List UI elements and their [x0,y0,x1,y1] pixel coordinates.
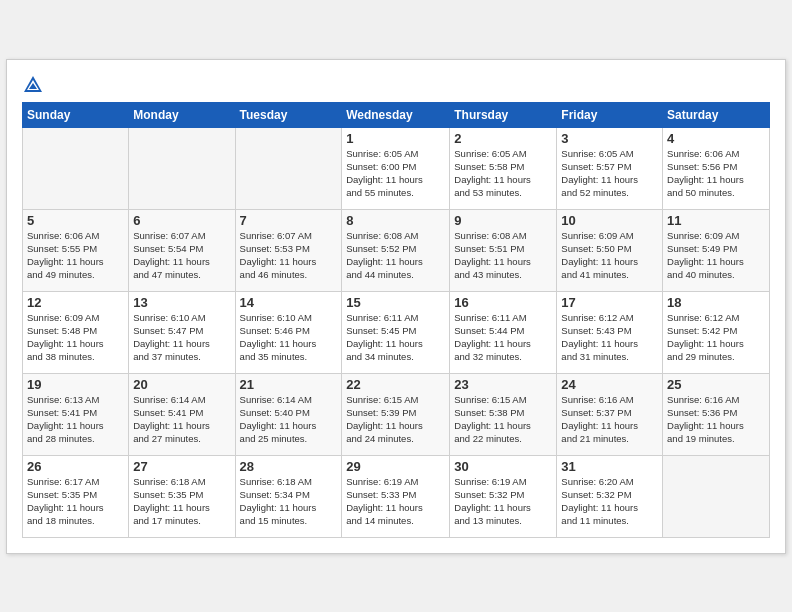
day-number: 25 [667,377,765,392]
week-row-5: 26Sunrise: 6:17 AM Sunset: 5:35 PM Dayli… [23,455,770,537]
day-info: Sunrise: 6:10 AM Sunset: 5:47 PM Dayligh… [133,311,230,364]
day-info: Sunrise: 6:06 AM Sunset: 5:56 PM Dayligh… [667,147,765,200]
day-number: 22 [346,377,445,392]
day-cell: 19Sunrise: 6:13 AM Sunset: 5:41 PM Dayli… [23,373,129,455]
day-info: Sunrise: 6:14 AM Sunset: 5:40 PM Dayligh… [240,393,338,446]
day-cell: 9Sunrise: 6:08 AM Sunset: 5:51 PM Daylig… [450,209,557,291]
day-cell: 8Sunrise: 6:08 AM Sunset: 5:52 PM Daylig… [342,209,450,291]
day-cell: 20Sunrise: 6:14 AM Sunset: 5:41 PM Dayli… [129,373,235,455]
day-cell [23,127,129,209]
day-cell: 21Sunrise: 6:14 AM Sunset: 5:40 PM Dayli… [235,373,342,455]
day-cell: 24Sunrise: 6:16 AM Sunset: 5:37 PM Dayli… [557,373,663,455]
week-row-1: 1Sunrise: 6:05 AM Sunset: 6:00 PM Daylig… [23,127,770,209]
day-cell: 17Sunrise: 6:12 AM Sunset: 5:43 PM Dayli… [557,291,663,373]
day-number: 16 [454,295,552,310]
weekday-header-saturday: Saturday [663,102,770,127]
day-cell: 12Sunrise: 6:09 AM Sunset: 5:48 PM Dayli… [23,291,129,373]
day-number: 3 [561,131,658,146]
day-cell: 3Sunrise: 6:05 AM Sunset: 5:57 PM Daylig… [557,127,663,209]
day-info: Sunrise: 6:18 AM Sunset: 5:35 PM Dayligh… [133,475,230,528]
day-info: Sunrise: 6:12 AM Sunset: 5:42 PM Dayligh… [667,311,765,364]
day-info: Sunrise: 6:16 AM Sunset: 5:37 PM Dayligh… [561,393,658,446]
day-info: Sunrise: 6:08 AM Sunset: 5:51 PM Dayligh… [454,229,552,282]
day-number: 8 [346,213,445,228]
day-cell [235,127,342,209]
day-cell: 14Sunrise: 6:10 AM Sunset: 5:46 PM Dayli… [235,291,342,373]
day-number: 9 [454,213,552,228]
day-info: Sunrise: 6:09 AM Sunset: 5:49 PM Dayligh… [667,229,765,282]
day-cell: 13Sunrise: 6:10 AM Sunset: 5:47 PM Dayli… [129,291,235,373]
day-cell: 30Sunrise: 6:19 AM Sunset: 5:32 PM Dayli… [450,455,557,537]
day-info: Sunrise: 6:18 AM Sunset: 5:34 PM Dayligh… [240,475,338,528]
day-info: Sunrise: 6:05 AM Sunset: 6:00 PM Dayligh… [346,147,445,200]
day-info: Sunrise: 6:06 AM Sunset: 5:55 PM Dayligh… [27,229,124,282]
day-number: 17 [561,295,658,310]
weekday-header-wednesday: Wednesday [342,102,450,127]
weekday-header-tuesday: Tuesday [235,102,342,127]
day-info: Sunrise: 6:14 AM Sunset: 5:41 PM Dayligh… [133,393,230,446]
day-number: 14 [240,295,338,310]
day-number: 18 [667,295,765,310]
week-row-4: 19Sunrise: 6:13 AM Sunset: 5:41 PM Dayli… [23,373,770,455]
day-cell: 22Sunrise: 6:15 AM Sunset: 5:39 PM Dayli… [342,373,450,455]
day-info: Sunrise: 6:05 AM Sunset: 5:58 PM Dayligh… [454,147,552,200]
day-number: 12 [27,295,124,310]
day-info: Sunrise: 6:05 AM Sunset: 5:57 PM Dayligh… [561,147,658,200]
day-cell: 26Sunrise: 6:17 AM Sunset: 5:35 PM Dayli… [23,455,129,537]
day-info: Sunrise: 6:07 AM Sunset: 5:54 PM Dayligh… [133,229,230,282]
day-info: Sunrise: 6:15 AM Sunset: 5:38 PM Dayligh… [454,393,552,446]
day-cell: 2Sunrise: 6:05 AM Sunset: 5:58 PM Daylig… [450,127,557,209]
day-cell: 31Sunrise: 6:20 AM Sunset: 5:32 PM Dayli… [557,455,663,537]
day-info: Sunrise: 6:07 AM Sunset: 5:53 PM Dayligh… [240,229,338,282]
day-cell: 10Sunrise: 6:09 AM Sunset: 5:50 PM Dayli… [557,209,663,291]
calendar-container: SundayMondayTuesdayWednesdayThursdayFrid… [6,59,786,554]
weekday-header-friday: Friday [557,102,663,127]
logo [22,74,48,96]
day-info: Sunrise: 6:12 AM Sunset: 5:43 PM Dayligh… [561,311,658,364]
day-number: 6 [133,213,230,228]
day-number: 26 [27,459,124,474]
day-info: Sunrise: 6:20 AM Sunset: 5:32 PM Dayligh… [561,475,658,528]
day-cell: 16Sunrise: 6:11 AM Sunset: 5:44 PM Dayli… [450,291,557,373]
day-number: 31 [561,459,658,474]
day-number: 4 [667,131,765,146]
day-number: 11 [667,213,765,228]
day-cell: 27Sunrise: 6:18 AM Sunset: 5:35 PM Dayli… [129,455,235,537]
day-info: Sunrise: 6:19 AM Sunset: 5:32 PM Dayligh… [454,475,552,528]
header [22,70,770,96]
day-cell: 11Sunrise: 6:09 AM Sunset: 5:49 PM Dayli… [663,209,770,291]
week-row-3: 12Sunrise: 6:09 AM Sunset: 5:48 PM Dayli… [23,291,770,373]
weekday-header-thursday: Thursday [450,102,557,127]
day-number: 13 [133,295,230,310]
day-cell: 29Sunrise: 6:19 AM Sunset: 5:33 PM Dayli… [342,455,450,537]
day-number: 1 [346,131,445,146]
day-number: 23 [454,377,552,392]
day-info: Sunrise: 6:16 AM Sunset: 5:36 PM Dayligh… [667,393,765,446]
weekday-header-row: SundayMondayTuesdayWednesdayThursdayFrid… [23,102,770,127]
day-number: 24 [561,377,658,392]
day-info: Sunrise: 6:11 AM Sunset: 5:44 PM Dayligh… [454,311,552,364]
day-number: 21 [240,377,338,392]
day-cell: 1Sunrise: 6:05 AM Sunset: 6:00 PM Daylig… [342,127,450,209]
logo-icon [22,74,44,96]
day-info: Sunrise: 6:09 AM Sunset: 5:48 PM Dayligh… [27,311,124,364]
day-number: 15 [346,295,445,310]
day-cell: 5Sunrise: 6:06 AM Sunset: 5:55 PM Daylig… [23,209,129,291]
day-cell [129,127,235,209]
day-number: 27 [133,459,230,474]
day-cell [663,455,770,537]
week-row-2: 5Sunrise: 6:06 AM Sunset: 5:55 PM Daylig… [23,209,770,291]
day-info: Sunrise: 6:19 AM Sunset: 5:33 PM Dayligh… [346,475,445,528]
day-number: 28 [240,459,338,474]
weekday-header-sunday: Sunday [23,102,129,127]
day-cell: 18Sunrise: 6:12 AM Sunset: 5:42 PM Dayli… [663,291,770,373]
day-number: 19 [27,377,124,392]
day-info: Sunrise: 6:15 AM Sunset: 5:39 PM Dayligh… [346,393,445,446]
day-info: Sunrise: 6:08 AM Sunset: 5:52 PM Dayligh… [346,229,445,282]
calendar-table: SundayMondayTuesdayWednesdayThursdayFrid… [22,102,770,538]
day-number: 20 [133,377,230,392]
day-info: Sunrise: 6:13 AM Sunset: 5:41 PM Dayligh… [27,393,124,446]
day-cell: 25Sunrise: 6:16 AM Sunset: 5:36 PM Dayli… [663,373,770,455]
weekday-header-monday: Monday [129,102,235,127]
day-info: Sunrise: 6:17 AM Sunset: 5:35 PM Dayligh… [27,475,124,528]
